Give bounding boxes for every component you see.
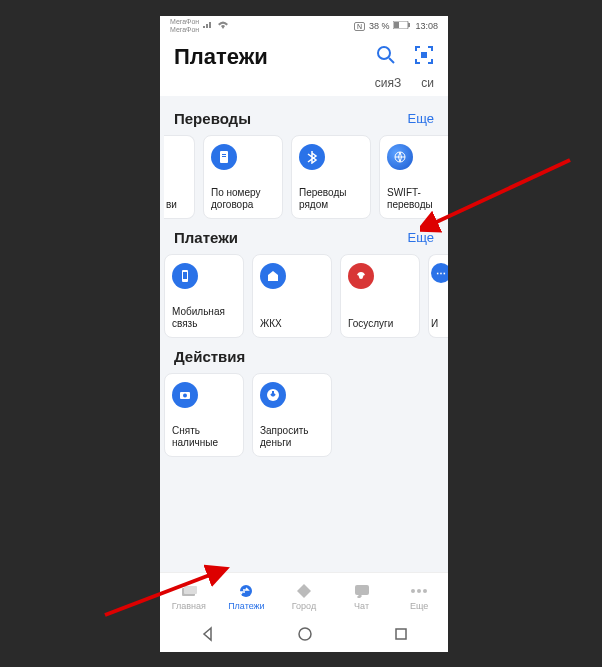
qr-scan-icon[interactable] [414,45,434,69]
svg-rect-8 [222,156,226,157]
document-icon [211,144,237,170]
battery-pct: 38 % [369,21,390,31]
arrows-icon [236,582,256,600]
home-button[interactable] [297,626,313,646]
battery-icon [393,21,411,31]
svg-rect-7 [222,154,226,155]
nav-chat[interactable]: Чат [336,582,388,611]
camera-icon [172,382,198,408]
more-link-payments[interactable]: Еще [408,230,434,245]
nav-label: Еще [410,601,428,611]
action-card-withdraw[interactable]: Снять наличные [164,373,244,457]
svg-point-19 [411,589,415,593]
more-link-transfers[interactable]: Еще [408,111,434,126]
section-payments: Платежи Еще Мобильная связь ЖКХ [170,229,438,338]
card-label: Снять наличные [172,425,236,448]
card-label: ЖКХ [260,318,324,330]
transfer-card-swift[interactable]: SWIFT-переводы [379,135,448,219]
payment-card-utilities[interactable]: ЖКХ [252,254,332,338]
clock: 13:08 [415,21,438,31]
svg-rect-2 [394,22,399,28]
svg-rect-11 [183,272,187,279]
card-label: Запросить деньги [260,425,324,448]
svg-point-13 [183,394,187,398]
card-label: Мобильная связь [172,306,236,329]
globe-icon [387,144,413,170]
action-card-request[interactable]: Запросить деньги [252,373,332,457]
section-title-transfers: Переводы [174,110,251,127]
nfc-icon: N [354,22,365,31]
signal-icon [203,21,213,31]
nav-label: Главная [172,601,206,611]
transfer-card-prev-sliver[interactable]: ви [164,135,195,219]
svg-point-3 [378,47,390,59]
nav-label: Платежи [228,601,265,611]
nav-city[interactable]: Город [278,582,330,611]
content-area: Переводы Еще ви По номеру договора [160,96,448,572]
card-label: Переводы рядом [299,187,363,210]
nav-home[interactable]: Главная [163,582,215,611]
search-icon[interactable] [376,45,396,69]
header: Платежи [160,36,448,74]
recents-button[interactable] [394,627,408,645]
transfer-card-by-contract[interactable]: По номеру договора [203,135,283,219]
chat-icon [352,582,372,600]
section-title-payments: Платежи [174,229,238,246]
quick-chips: сияЗ си [160,74,448,96]
svg-point-17 [240,585,252,597]
payment-card-next-sliver[interactable]: ⋯ И [428,254,448,338]
section-transfers: Переводы Еще ви По номеру договора [170,110,438,219]
chip-2[interactable]: си [421,76,434,90]
wifi-icon [217,21,229,31]
diamond-icon [294,582,314,600]
nav-more[interactable]: Еще [393,582,445,611]
transfer-card-nearby[interactable]: Переводы рядом [291,135,371,219]
card-label: SWIFT-переводы [387,187,448,210]
nav-label: Чат [354,601,369,611]
house-icon [260,263,286,289]
svg-rect-5 [421,52,427,58]
payment-card-mobile[interactable]: Мобильная связь [164,254,244,338]
eagle-icon [348,263,374,289]
bluetooth-icon [299,144,325,170]
section-title-actions: Действия [174,348,245,365]
nav-label: Город [292,601,316,611]
svg-rect-23 [396,629,406,639]
svg-line-24 [430,160,570,225]
payment-card-gosuslugi[interactable]: Госуслуги [340,254,420,338]
svg-point-20 [417,589,421,593]
phone-icon [172,263,198,289]
card-label: По номеру договора [211,187,275,210]
svg-rect-16 [184,586,197,594]
download-icon [260,382,286,408]
back-button[interactable] [200,626,216,646]
chip-1[interactable]: сияЗ [375,76,401,90]
card-label: Госуслуги [348,318,412,330]
bottom-nav: Главная Платежи Город Чат Еще [160,572,448,620]
svg-point-22 [299,628,311,640]
more-icon: ⋯ [431,263,448,283]
section-actions: Действия Снять наличные Запросить деньги [170,348,438,457]
dots-icon [409,582,429,600]
status-bar: МегаФон МегаФон N 38 % 13:08 [160,16,448,36]
carrier-labels: МегаФон МегаФон [170,18,199,34]
page-title: Платежи [174,44,268,70]
card-stack-icon [179,582,199,600]
svg-line-4 [389,58,394,63]
nav-payments[interactable]: Платежи [220,582,272,611]
svg-rect-1 [408,23,410,27]
phone-frame: МегаФон МегаФон N 38 % 13:08 Платежи [160,16,448,652]
system-nav [160,620,448,652]
svg-point-21 [423,589,427,593]
svg-rect-18 [355,585,369,595]
